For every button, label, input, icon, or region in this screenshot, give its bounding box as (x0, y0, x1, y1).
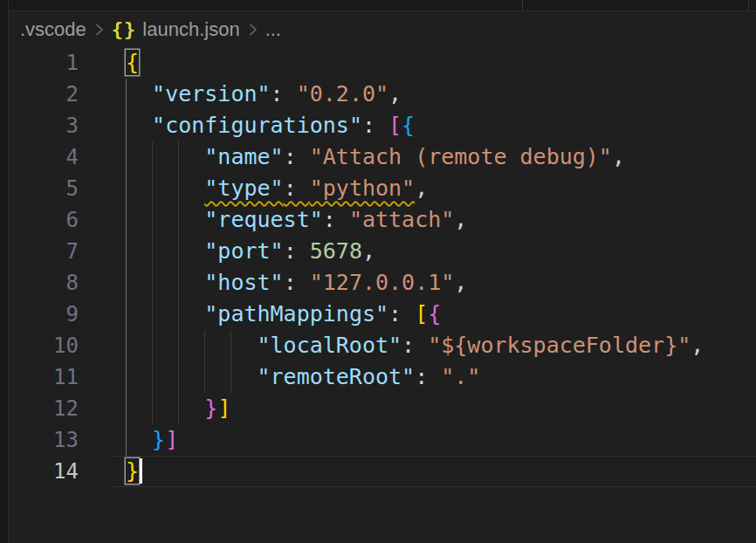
sidebar-edge-strip (0, 0, 9, 543)
line-content[interactable]: "type": "python", (112, 173, 756, 204)
breadcrumb-item--vscode[interactable]: .vscode (20, 18, 86, 41)
code-line: 1{ (9, 47, 756, 79)
token-b2: { (428, 301, 441, 326)
indentation (126, 175, 204, 201)
token-punct: : (284, 270, 310, 295)
token-b2: [ (388, 113, 402, 138)
line-tokens: "port": 5678, (126, 238, 375, 264)
line-content[interactable]: "name": "Attach (remote debug)", (112, 141, 756, 173)
line-number[interactable]: 5 (9, 173, 79, 204)
token-string: "127.0.0.1" (310, 270, 455, 295)
indentation (126, 427, 152, 452)
chevron-right-icon (93, 22, 105, 38)
line-content[interactable]: }] (112, 393, 756, 424)
breadcrumb-label: .vscode (20, 18, 86, 41)
line-content[interactable]: }] (112, 424, 756, 456)
token-key: "request" (204, 207, 322, 232)
line-content[interactable]: "port": 5678, (112, 236, 756, 267)
code-line: 12 }] (9, 393, 756, 424)
token-punct: : (284, 175, 310, 201)
token-punct: , (388, 81, 402, 107)
indentation (126, 333, 258, 358)
chevron-right-icon (247, 22, 258, 38)
token-string: "." (441, 364, 480, 389)
line-tokens: }] (126, 427, 178, 452)
code-line: 13 }] (9, 424, 756, 456)
token-punct: , (454, 207, 467, 232)
line-number[interactable]: 9 (9, 299, 79, 330)
line-content[interactable]: "host": "127.0.0.1", (112, 267, 756, 299)
line-number[interactable]: 3 (9, 110, 79, 141)
breadcrumb-label: launch.json (142, 18, 239, 41)
code-line: 6 "request": "attach", (9, 204, 756, 236)
code-line: 8 "host": "127.0.0.1", (9, 267, 756, 299)
line-content[interactable]: "configurations": [{ (112, 110, 756, 141)
line-number[interactable]: 7 (9, 236, 79, 267)
token-string: "0.2.0" (297, 81, 388, 107)
line-content[interactable]: "version": "0.2.0", (112, 79, 756, 110)
indentation (126, 395, 204, 421)
token-punct: : (362, 113, 388, 138)
token-b1: [ (415, 301, 428, 326)
code-line: 9 "pathMappings": [{ (9, 299, 756, 330)
line-tokens: "pathMappings": [{ (126, 301, 441, 326)
token-key: "name" (204, 144, 283, 169)
token-string: "python" (310, 175, 415, 201)
breadcrumb-label: ... (265, 18, 281, 41)
line-content[interactable]: { (112, 47, 756, 79)
line-content[interactable]: "localRoot": "${workspaceFolder}", (112, 330, 756, 361)
line-tokens: "host": "127.0.0.1", (126, 270, 467, 295)
line-tokens: }] (126, 395, 230, 421)
token-b3: } (152, 427, 165, 452)
line-number[interactable]: 10 (9, 330, 79, 361)
json-file-icon: {} (112, 18, 137, 40)
token-b1: ] (217, 395, 230, 421)
line-tokens: "remoteRoot": "." (126, 364, 480, 389)
code-line: 7 "port": 5678, (9, 236, 756, 267)
line-number[interactable]: 12 (9, 393, 79, 424)
tab-separator (748, 0, 749, 10)
breadcrumb-item-launch-json[interactable]: {}launch.json (112, 18, 240, 41)
indentation (126, 81, 152, 107)
indentation (126, 270, 204, 295)
code-line: 10 "localRoot": "${workspaceFolder}", (9, 330, 756, 361)
line-number[interactable]: 11 (9, 361, 79, 393)
token-punct: : (323, 207, 349, 232)
token-string: "Attach (remote debug)" (310, 144, 612, 169)
line-content[interactable]: "pathMappings": [{ (112, 299, 756, 330)
token-b2: } (204, 395, 217, 421)
line-number[interactable]: 14 (9, 456, 79, 487)
matched-bracket: { (126, 50, 139, 75)
token-punct: , (454, 270, 467, 295)
code-line: 11 "remoteRoot": "." (9, 361, 756, 393)
line-number[interactable]: 6 (9, 204, 79, 236)
token-key: "type" (204, 175, 283, 201)
code-editor[interactable]: 1{2 "version": "0.2.0",3 "configurations… (9, 47, 756, 487)
token-punct: : (402, 333, 428, 358)
line-content[interactable]: } (112, 456, 756, 487)
line-number[interactable]: 1 (9, 47, 79, 79)
line-number[interactable]: 13 (9, 424, 79, 456)
line-content[interactable]: "request": "attach", (112, 204, 756, 236)
token-punct: : (415, 364, 441, 389)
code-line: 3 "configurations": [{ (9, 110, 756, 141)
line-content[interactable]: "remoteRoot": "." (112, 361, 756, 393)
token-key: "host" (204, 270, 283, 295)
matched-bracket: } (126, 458, 139, 484)
token-key: "pathMappings" (204, 301, 388, 326)
line-number[interactable]: 4 (9, 141, 79, 173)
token-key: "port" (204, 238, 283, 264)
line-number[interactable]: 8 (9, 267, 79, 299)
indentation (126, 144, 204, 169)
indentation (126, 207, 204, 232)
token-string: "attach" (349, 207, 454, 232)
token-key: "version" (152, 81, 270, 107)
tab-separator (522, 0, 523, 10)
indentation (126, 301, 204, 326)
indentation (126, 238, 204, 264)
code-line: 14} (9, 456, 756, 487)
line-number[interactable]: 2 (9, 79, 79, 110)
indentation (126, 113, 152, 138)
breadcrumb-item--[interactable]: ... (265, 18, 281, 41)
token-punct: , (691, 333, 704, 358)
